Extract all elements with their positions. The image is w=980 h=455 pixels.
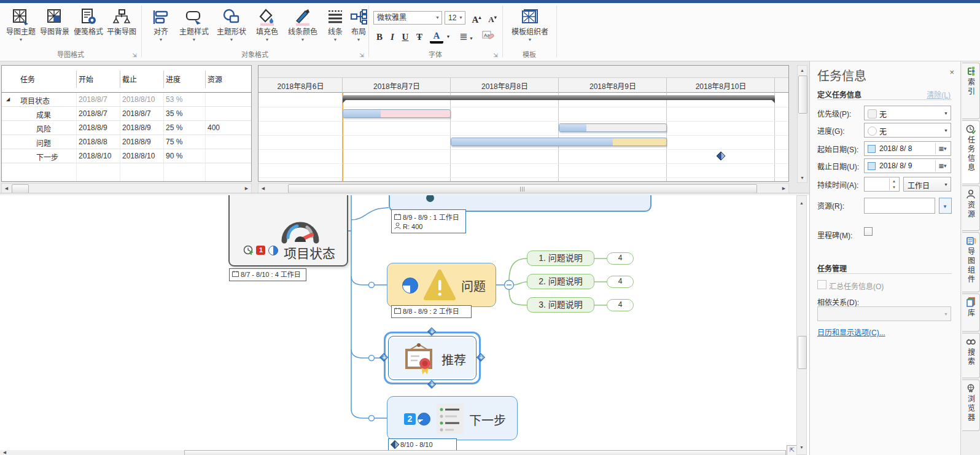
scroll-left-icon[interactable]: ◀ bbox=[259, 184, 268, 193]
chevron-down-icon[interactable]: ▼ bbox=[944, 111, 948, 115]
date-check-icon[interactable] bbox=[868, 162, 876, 170]
progress-50-icon[interactable] bbox=[268, 246, 278, 255]
scroll-left-icon[interactable]: ◀ bbox=[2, 184, 11, 193]
font-name-combo[interactable]: 微软雅黑▼ bbox=[373, 11, 442, 25]
dependency-dropdown[interactable]: ▼ bbox=[817, 306, 951, 321]
dialog-launcher-icon[interactable]: ⇲ bbox=[359, 52, 365, 58]
table-row-下一步[interactable]: 下一步2018/8/102018/8/1090 % bbox=[2, 149, 251, 163]
table-row-成果[interactable]: 成果2018/8/72018/8/735 % bbox=[2, 107, 251, 121]
priority-clock-icon[interactable] bbox=[243, 245, 254, 255]
underline-button[interactable]: U bbox=[399, 30, 411, 44]
resource-dropdown-button[interactable]: ▼ bbox=[939, 198, 952, 214]
close-icon[interactable]: × bbox=[949, 68, 954, 77]
count-oval[interactable]: 4 bbox=[607, 276, 634, 288]
topic-issue-detail-3[interactable]: 3. 问题说明 bbox=[527, 297, 594, 313]
pane-splitter[interactable] bbox=[252, 65, 258, 193]
end-date-field[interactable]: 2018/ 8/ 9▦▾ bbox=[864, 158, 951, 173]
canvas-vscrollbar[interactable]: ▲ ▼ bbox=[796, 195, 807, 455]
topic-project-status[interactable]: 1 项目状态 bbox=[228, 195, 348, 266]
milestone-checkbox[interactable] bbox=[864, 227, 873, 236]
summary-info-checkbox[interactable] bbox=[817, 280, 826, 289]
count-2-badge[interactable]: 2 bbox=[404, 413, 416, 425]
side-tab-browser[interactable]: 浏览器 bbox=[962, 379, 980, 431]
resource-input[interactable] bbox=[864, 198, 935, 214]
scroll-up-icon[interactable]: ▲ bbox=[798, 66, 807, 75]
scroll-up-icon[interactable]: ▲ bbox=[797, 198, 806, 208]
table-row-问题[interactable]: 问题2018/8/82018/8/975 % bbox=[2, 135, 251, 149]
add-topic-handle-top[interactable]: + bbox=[428, 328, 436, 336]
gantt-task-bar[interactable] bbox=[451, 138, 667, 146]
duration-unit-dropdown[interactable]: 工作日▼ bbox=[903, 177, 951, 192]
table-header-4[interactable]: 资源 bbox=[208, 74, 222, 84]
duration-spinner[interactable]: ▲▼ bbox=[864, 177, 900, 192]
shrink-font-button[interactable]: A▾ bbox=[485, 11, 500, 25]
root-date-callout[interactable]: 8/7 - 8/10 : 4 工作日 bbox=[229, 268, 306, 281]
expand-triangle-icon[interactable]: ◢ bbox=[6, 97, 10, 102]
gantt-hscrollbar[interactable]: ◀ ▶ bbox=[258, 183, 789, 193]
alignment-button[interactable]: ≣ ▼ bbox=[457, 30, 475, 44]
count-oval[interactable]: 4 bbox=[607, 299, 634, 311]
spinner-arrows-icon[interactable]: ▲▼ bbox=[889, 178, 898, 190]
bold-button[interactable]: B bbox=[373, 30, 386, 44]
scroll-right-icon[interactable]: ▶ bbox=[779, 184, 788, 193]
risk-date-callout[interactable]: 8/9 - 8/9 : 1 工作日 R: 400 bbox=[391, 209, 466, 233]
scroll-down-icon[interactable]: ▼ bbox=[798, 173, 807, 182]
mindmap-canvas[interactable]: 1 项目状态 8/7 - 8/10 : 4 工作日 8/9 - 8/9 : 1 … bbox=[0, 195, 796, 450]
add-topic-handle-right[interactable]: + bbox=[477, 354, 485, 362]
dialog-launcher-icon[interactable]: ⇲ bbox=[492, 52, 499, 58]
font-size-combo[interactable]: 12▼ bbox=[445, 11, 465, 25]
table-row-风险[interactable]: 风险2018/8/92018/8/925 %400 bbox=[2, 121, 251, 135]
font-color-dropdown-icon[interactable]: ▼ bbox=[445, 30, 452, 44]
gantt-vscrollbar[interactable]: ▲ ▼ bbox=[797, 65, 807, 183]
date-picker-icon[interactable]: ▦▾ bbox=[935, 143, 949, 154]
chevron-down-icon[interactable]: ▼ bbox=[459, 12, 463, 24]
scroll-down-icon[interactable]: ▼ bbox=[797, 443, 806, 452]
chevron-down-icon[interactable]: ▼ bbox=[944, 128, 948, 133]
gantt-summary-bar[interactable] bbox=[343, 95, 775, 100]
side-tab-library[interactable]: 库 bbox=[962, 294, 980, 332]
italic-button[interactable]: I bbox=[387, 30, 398, 44]
topic-issue-detail-1[interactable]: 1. 问题说明 bbox=[527, 251, 594, 266]
table-row-项目状态[interactable]: ◢项目状态2018/8/72018/8/1053 % bbox=[2, 93, 251, 107]
font-color-button[interactable]: A bbox=[430, 30, 443, 44]
clear-link[interactable]: 清除(L) bbox=[927, 89, 951, 99]
gantt-milestone-icon[interactable] bbox=[716, 151, 726, 161]
strikethrough-button[interactable]: Ŧ bbox=[413, 30, 426, 44]
add-topic-handle-bottom[interactable]: + bbox=[428, 381, 436, 389]
issue-date-callout[interactable]: 8/8 - 8/9 : 2 工作日 bbox=[391, 305, 472, 318]
add-topic-handle-left[interactable]: + bbox=[380, 354, 388, 362]
progress-dropdown[interactable]: 无▼ bbox=[864, 123, 951, 138]
table-hscrollbar[interactable]: ◀ ▶ bbox=[1, 183, 252, 193]
priority-dropdown[interactable]: 无▼ bbox=[864, 106, 951, 120]
gantt-task-bar[interactable] bbox=[559, 123, 667, 132]
gantt-task-bar[interactable] bbox=[343, 109, 451, 118]
date-check-icon[interactable] bbox=[868, 145, 876, 153]
grow-font-button[interactable]: A▴ bbox=[469, 11, 484, 25]
topic-issue[interactable]: 问题 bbox=[387, 263, 496, 307]
table-header-1[interactable]: 开始 bbox=[79, 74, 93, 84]
topic-next-steps[interactable]: 2 下一步 bbox=[387, 396, 518, 440]
date-picker-icon[interactable]: ▦▾ bbox=[935, 160, 949, 171]
table-header-3[interactable]: 进度 bbox=[166, 74, 181, 84]
side-tab-search[interactable]: 搜索 bbox=[962, 333, 980, 378]
calendar-options-link[interactable]: 日历和显示选项(C)... bbox=[817, 327, 885, 337]
side-tab-map-parts[interactable]: 导图组件 bbox=[962, 232, 980, 292]
progress-75-icon[interactable] bbox=[402, 278, 418, 294]
chevron-down-icon[interactable]: ▼ bbox=[944, 182, 948, 187]
topic-issue-detail-2[interactable]: 2. 问题说明 bbox=[527, 274, 594, 289]
priority-1-badge[interactable]: 1 bbox=[256, 246, 265, 255]
topic-recommend[interactable]: 推荐 bbox=[388, 336, 476, 380]
progress-90-icon[interactable] bbox=[418, 413, 430, 426]
side-tab-index[interactable]: 索引 bbox=[962, 63, 980, 119]
count-oval[interactable]: 4 bbox=[607, 252, 634, 265]
start-date-field[interactable]: 2018/ 8/ 8▦▾ bbox=[864, 141, 951, 156]
clear-format-button[interactable]: Aa bbox=[480, 30, 496, 44]
dialog-launcher-icon[interactable]: ⇲ bbox=[131, 52, 138, 58]
scroll-left-icon[interactable]: ◀ bbox=[0, 450, 9, 455]
side-tab-task-info[interactable]: 任务信息 bbox=[962, 120, 980, 184]
chevron-down-icon[interactable]: ▼ bbox=[435, 12, 440, 24]
table-header-2[interactable]: 截止 bbox=[122, 74, 137, 84]
next-milestone-callout[interactable]: 8/10 - 8/10 bbox=[388, 438, 457, 450]
scroll-right-icon[interactable]: ▶ bbox=[242, 184, 251, 193]
table-header-0[interactable]: 任务 bbox=[20, 74, 35, 84]
